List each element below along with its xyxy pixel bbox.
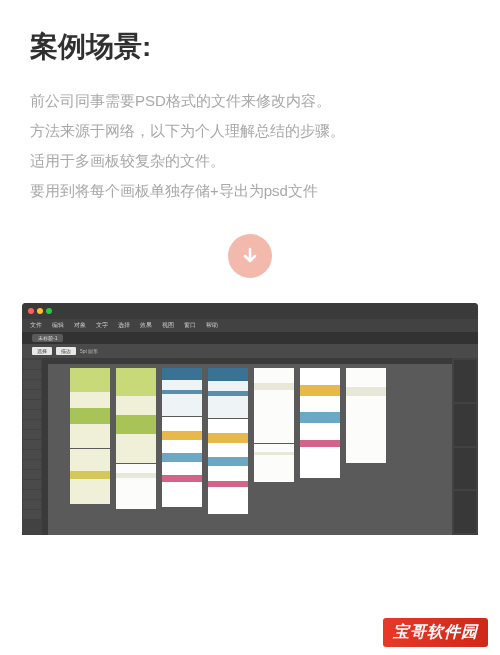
vertical-ruler (42, 358, 48, 535)
artboard (208, 419, 248, 514)
maximize-dot-icon (46, 308, 52, 314)
artboard (254, 444, 294, 482)
down-arrow-icon (228, 234, 272, 278)
tool-icon (23, 420, 41, 429)
panel (454, 491, 476, 533)
tool-icon (23, 370, 41, 379)
window-titlebar (22, 303, 478, 319)
artboard (116, 464, 156, 509)
description-block: 前公司同事需要PSD格式的文件来修改内容。 方法来源于网络，以下为个人理解总结的… (0, 86, 500, 206)
artboard (162, 417, 202, 507)
menu-item: 窗口 (184, 321, 196, 330)
desc-line-3: 适用于多画板较复杂的文件。 (30, 146, 470, 176)
menu-item: 效果 (140, 321, 152, 330)
tool-icon (23, 390, 41, 399)
menu-item: 文件 (30, 321, 42, 330)
arrow-container (0, 234, 500, 278)
tool-icon (23, 380, 41, 389)
menu-item: 帮助 (206, 321, 218, 330)
tool-icon (23, 500, 41, 509)
artboard (300, 368, 340, 478)
panel (454, 360, 476, 402)
option-text: 5pt 圆形 (80, 348, 98, 354)
tool-icon (23, 450, 41, 459)
artboard (346, 368, 386, 463)
panel (454, 404, 476, 446)
artboard-column (116, 368, 156, 509)
menu-item: 选择 (118, 321, 130, 330)
canvas-area (42, 358, 452, 535)
menu-item: 对象 (74, 321, 86, 330)
artboard-column (300, 368, 340, 478)
watermark-badge: 宝哥软件园 (383, 618, 488, 647)
artboard (70, 449, 110, 504)
tool-icon (23, 470, 41, 479)
menu-bar: 文件 编辑 对象 文字 选择 效果 视图 窗口 帮助 (22, 319, 478, 332)
tool-icon (23, 490, 41, 499)
tool-icon (23, 400, 41, 409)
document-tab-bar: 未标题-1 (22, 332, 478, 344)
tool-panel (22, 358, 42, 535)
artboard-column (346, 368, 386, 463)
tool-icon (23, 360, 41, 369)
document-tab: 未标题-1 (32, 334, 63, 342)
close-dot-icon (28, 308, 34, 314)
artboard-column (254, 368, 294, 482)
artboard-column (70, 368, 110, 504)
tool-icon (23, 510, 41, 519)
menu-item: 文字 (96, 321, 108, 330)
panel (454, 448, 476, 490)
minimize-dot-icon (37, 308, 43, 314)
artboard (70, 368, 110, 448)
horizontal-ruler (42, 358, 452, 364)
artboard (254, 368, 294, 443)
artboard (162, 368, 202, 416)
workspace (22, 358, 478, 535)
tool-icon (23, 410, 41, 419)
illustrator-screenshot: 文件 编辑 对象 文字 选择 效果 视图 窗口 帮助 未标题-1 选择 描边 5… (22, 303, 478, 535)
desc-line-1: 前公司同事需要PSD格式的文件来修改内容。 (30, 86, 470, 116)
tool-icon (23, 440, 41, 449)
artboards-container (70, 368, 424, 527)
options-bar: 选择 描边 5pt 圆形 (22, 344, 478, 358)
tool-icon (23, 480, 41, 489)
desc-line-4: 要用到将每个画板单独存储+导出为psd文件 (30, 176, 470, 206)
artboard-column (162, 368, 202, 507)
menu-item: 视图 (162, 321, 174, 330)
page-title: 案例场景: (0, 0, 500, 86)
tool-icon (23, 430, 41, 439)
menu-item: 编辑 (52, 321, 64, 330)
option-select: 描边 (56, 347, 76, 355)
desc-line-2: 方法来源于网络，以下为个人理解总结的步骤。 (30, 116, 470, 146)
artboard (208, 368, 248, 418)
artboard (116, 368, 156, 463)
tool-icon (23, 460, 41, 469)
artboard-column (208, 368, 248, 514)
right-panels (452, 358, 478, 535)
option-select: 选择 (32, 347, 52, 355)
